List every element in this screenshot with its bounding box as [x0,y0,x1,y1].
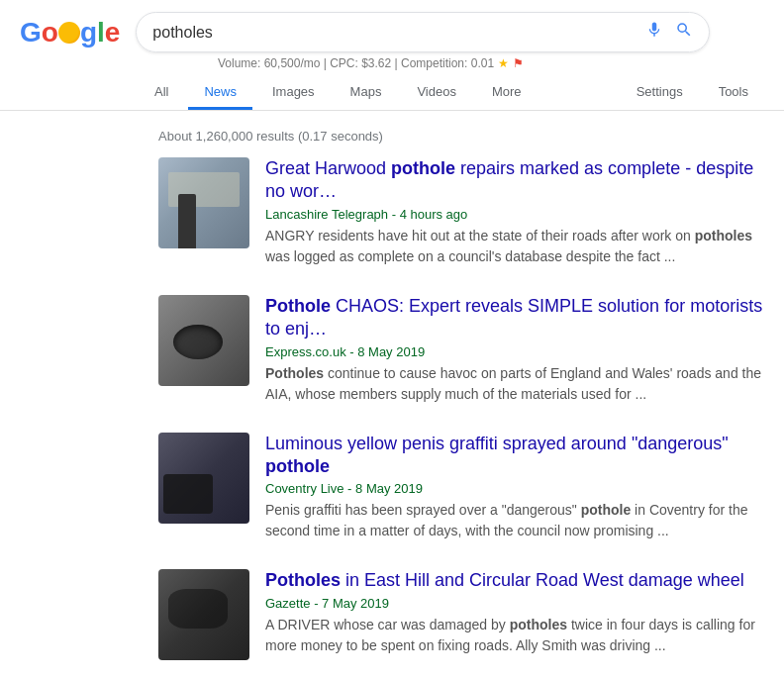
volume-info: Volume: 60,500/mo | CPC: $3.62 | Competi… [0,52,784,70]
result-source-2: Express.co.uk - 8 May 2019 [265,344,764,359]
tab-news[interactable]: News [188,76,252,110]
google-logo[interactable]: Gogle [20,17,120,49]
volume-text: Volume: 60,500/mo | CPC: $3.62 | Competi… [218,56,494,70]
tab-maps[interactable]: Maps [335,76,398,110]
result-source-4: Gazette - 7 May 2019 [265,596,764,611]
search-input[interactable] [152,24,637,42]
result-item: Great Harwood pothole repairs marked as … [158,157,764,267]
tab-images[interactable]: Images [256,76,331,110]
result-thumbnail-4 [158,569,249,660]
result-title-bold-3: pothole [265,456,330,476]
result-thumbnail-3 [158,433,249,524]
result-title-prefix-3: Luminous yellow penis graffiti sprayed a… [265,434,729,453]
result-content-4: Potholes in East Hill and Circular Road … [265,569,764,660]
microphone-icon[interactable] [645,21,663,44]
result-title-1[interactable]: Great Harwood pothole repairs marked as … [265,157,764,204]
result-snippet-2: Potholes continue to cause havoc on part… [265,363,764,405]
result-title-suffix-2: CHAOS: Expert reveals SIMPLE solution fo… [265,296,762,339]
result-title-4[interactable]: Potholes in East Hill and Circular Road … [265,569,764,592]
star-icon: ★ [498,56,509,70]
result-content-2: Pothole CHAOS: Expert reveals SIMPLE sol… [265,295,764,405]
tab-all[interactable]: All [139,76,184,110]
result-title-bold-1: pothole [391,158,455,178]
results-count: About 1,260,000 results (0.17 seconds) [158,121,764,157]
flag-icon: ⚑ [513,56,524,70]
result-snippet-1: ANGRY residents have hit out at the stat… [265,226,764,267]
search-bar [136,12,710,52]
result-thumbnail-1 [158,157,249,248]
results-area: About 1,260,000 results (0.17 seconds) G… [0,111,784,680]
result-content-3: Luminous yellow penis graffiti sprayed a… [265,433,764,542]
nav-right: Settings Tools [621,76,764,110]
tab-videos[interactable]: Videos [401,76,472,110]
logo-letter-g: G [20,17,42,48]
result-source-3: Coventry Live - 8 May 2019 [265,481,764,496]
result-title-prefix-1: Great Harwood [265,158,391,178]
logo-cookie-icon [58,22,80,44]
result-snippet-4: A DRIVER whose car was damaged by pothol… [265,615,764,656]
search-icons [645,21,693,44]
result-item: Pothole CHAOS: Expert reveals SIMPLE sol… [158,295,764,405]
result-content-1: Great Harwood pothole repairs marked as … [265,157,764,267]
logo-letter-g2: g [80,17,97,48]
search-icon[interactable] [675,21,693,44]
logo-letter-e: e [105,17,121,48]
result-title-bold-2: Pothole [265,296,331,316]
result-title-suffix-4: in East Hill and Circular Road West dama… [341,570,744,590]
tab-tools[interactable]: Tools [703,76,764,110]
result-thumbnail-2 [158,295,249,386]
tab-more[interactable]: More [476,76,538,110]
result-snippet-3: Penis graffiti has been sprayed over a "… [265,500,764,541]
result-title-2[interactable]: Pothole CHAOS: Expert reveals SIMPLE sol… [265,295,764,341]
result-item: Potholes in East Hill and Circular Road … [158,569,764,660]
result-title-3[interactable]: Luminous yellow penis graffiti sprayed a… [265,433,764,479]
result-item: Luminous yellow penis graffiti sprayed a… [158,433,764,542]
logo-letter-l: l [97,17,105,48]
result-title-bold-4: Potholes [265,570,341,590]
search-bar-wrapper [136,12,710,52]
logo-letter-o1: o [42,17,58,48]
tab-settings[interactable]: Settings [621,76,699,110]
header: Gogle [0,0,784,52]
nav-tabs: All News Images Maps Videos More Setting… [0,70,784,111]
result-source-1: Lancashire Telegraph - 4 hours ago [265,207,764,222]
